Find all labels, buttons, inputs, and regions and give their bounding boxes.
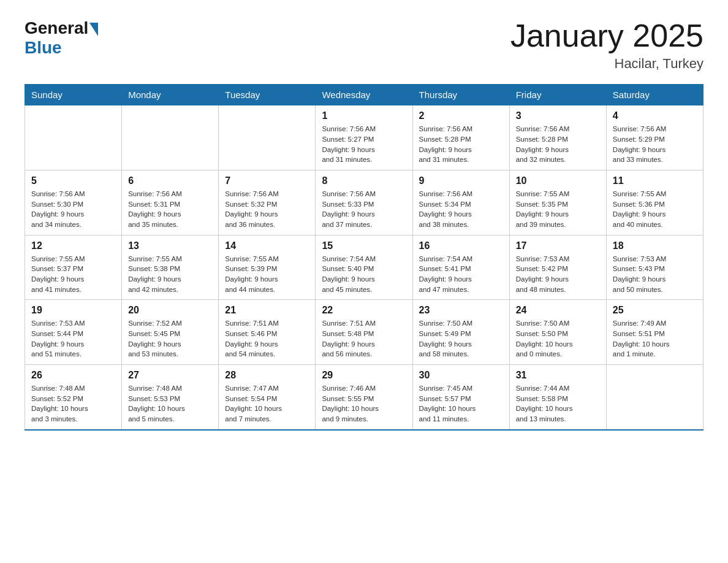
day-number: 26 [31, 370, 115, 381]
day-number: 22 [322, 305, 406, 316]
calendar-cell: 5Sunrise: 7:56 AM Sunset: 5:30 PM Daylig… [25, 170, 122, 235]
calendar-cell: 30Sunrise: 7:45 AM Sunset: 5:57 PM Dayli… [412, 364, 509, 429]
calendar-cell: 21Sunrise: 7:51 AM Sunset: 5:46 PM Dayli… [219, 300, 316, 365]
day-info: Sunrise: 7:45 AM Sunset: 5:57 PM Dayligh… [419, 383, 503, 424]
calendar-table: SundayMondayTuesdayWednesdayThursdayFrid… [25, 84, 703, 430]
day-number: 3 [516, 110, 600, 121]
day-number: 7 [225, 175, 309, 186]
day-info: Sunrise: 7:50 AM Sunset: 5:50 PM Dayligh… [516, 318, 600, 359]
weekday-header: Friday [509, 85, 606, 105]
day-number: 27 [128, 370, 212, 381]
calendar-cell: 13Sunrise: 7:55 AM Sunset: 5:38 PM Dayli… [122, 235, 219, 300]
weekday-header: Saturday [606, 85, 703, 105]
calendar-cell: 18Sunrise: 7:53 AM Sunset: 5:43 PM Dayli… [606, 235, 703, 300]
calendar-cell: 26Sunrise: 7:48 AM Sunset: 5:52 PM Dayli… [25, 364, 122, 429]
calendar-cell: 9Sunrise: 7:56 AM Sunset: 5:34 PM Daylig… [412, 170, 509, 235]
day-number: 12 [31, 240, 115, 251]
day-info: Sunrise: 7:54 AM Sunset: 5:41 PM Dayligh… [419, 254, 503, 295]
day-info: Sunrise: 7:51 AM Sunset: 5:46 PM Dayligh… [225, 318, 309, 359]
calendar-cell: 20Sunrise: 7:52 AM Sunset: 5:45 PM Dayli… [122, 300, 219, 365]
weekday-header: Thursday [412, 85, 509, 105]
calendar-cell: 6Sunrise: 7:56 AM Sunset: 5:31 PM Daylig… [122, 170, 219, 235]
calendar-cell: 24Sunrise: 7:50 AM Sunset: 5:50 PM Dayli… [509, 300, 606, 365]
day-number: 5 [31, 175, 115, 186]
day-number: 14 [225, 240, 309, 251]
day-info: Sunrise: 7:53 AM Sunset: 5:42 PM Dayligh… [516, 254, 600, 295]
day-number: 20 [128, 305, 212, 316]
calendar-cell: 16Sunrise: 7:54 AM Sunset: 5:41 PM Dayli… [412, 235, 509, 300]
day-number: 29 [322, 370, 406, 381]
weekday-header: Monday [122, 85, 219, 105]
logo-general-text: General [25, 18, 88, 38]
day-info: Sunrise: 7:56 AM Sunset: 5:28 PM Dayligh… [516, 124, 600, 165]
day-info: Sunrise: 7:56 AM Sunset: 5:28 PM Dayligh… [419, 124, 503, 165]
day-info: Sunrise: 7:56 AM Sunset: 5:32 PM Dayligh… [225, 189, 309, 230]
calendar-cell: 27Sunrise: 7:48 AM Sunset: 5:53 PM Dayli… [122, 364, 219, 429]
calendar-cell: 31Sunrise: 7:44 AM Sunset: 5:58 PM Dayli… [509, 364, 606, 429]
day-info: Sunrise: 7:55 AM Sunset: 5:35 PM Dayligh… [516, 189, 600, 230]
day-info: Sunrise: 7:53 AM Sunset: 5:44 PM Dayligh… [31, 318, 115, 359]
day-number: 10 [516, 175, 600, 186]
calendar-cell: 12Sunrise: 7:55 AM Sunset: 5:37 PM Dayli… [25, 235, 122, 300]
day-info: Sunrise: 7:48 AM Sunset: 5:52 PM Dayligh… [31, 383, 115, 424]
day-info: Sunrise: 7:47 AM Sunset: 5:54 PM Dayligh… [225, 383, 309, 424]
day-number: 21 [225, 305, 309, 316]
day-number: 31 [516, 370, 600, 381]
day-number: 18 [613, 240, 697, 251]
calendar-cell: 8Sunrise: 7:56 AM Sunset: 5:33 PM Daylig… [316, 170, 412, 235]
calendar-cell: 4Sunrise: 7:56 AM Sunset: 5:29 PM Daylig… [606, 105, 703, 170]
calendar-week-row: 12Sunrise: 7:55 AM Sunset: 5:37 PM Dayli… [25, 235, 703, 300]
day-number: 30 [419, 370, 503, 381]
calendar-cell: 7Sunrise: 7:56 AM Sunset: 5:32 PM Daylig… [219, 170, 316, 235]
day-number: 2 [419, 110, 503, 121]
calendar-cell [606, 364, 703, 429]
day-info: Sunrise: 7:55 AM Sunset: 5:36 PM Dayligh… [613, 189, 697, 230]
day-info: Sunrise: 7:56 AM Sunset: 5:27 PM Dayligh… [322, 124, 406, 165]
day-number: 28 [225, 370, 309, 381]
calendar-week-row: 1Sunrise: 7:56 AM Sunset: 5:27 PM Daylig… [25, 105, 703, 170]
calendar-cell: 2Sunrise: 7:56 AM Sunset: 5:28 PM Daylig… [412, 105, 509, 170]
calendar-cell [25, 105, 122, 170]
calendar-cell: 22Sunrise: 7:51 AM Sunset: 5:48 PM Dayli… [316, 300, 412, 365]
day-info: Sunrise: 7:56 AM Sunset: 5:34 PM Dayligh… [419, 189, 503, 230]
calendar-cell: 17Sunrise: 7:53 AM Sunset: 5:42 PM Dayli… [509, 235, 606, 300]
calendar-cell [219, 105, 316, 170]
calendar-cell: 15Sunrise: 7:54 AM Sunset: 5:40 PM Dayli… [316, 235, 412, 300]
title-block: January 2025 Hacilar, Turkey [510, 18, 703, 72]
day-number: 17 [516, 240, 600, 251]
day-info: Sunrise: 7:56 AM Sunset: 5:31 PM Dayligh… [128, 189, 212, 230]
calendar-cell: 3Sunrise: 7:56 AM Sunset: 5:28 PM Daylig… [509, 105, 606, 170]
weekday-header: Wednesday [316, 85, 412, 105]
day-number: 24 [516, 305, 600, 316]
day-number: 23 [419, 305, 503, 316]
day-number: 13 [128, 240, 212, 251]
day-number: 15 [322, 240, 406, 251]
day-number: 9 [419, 175, 503, 186]
day-info: Sunrise: 7:50 AM Sunset: 5:49 PM Dayligh… [419, 318, 503, 359]
calendar-cell: 14Sunrise: 7:55 AM Sunset: 5:39 PM Dayli… [219, 235, 316, 300]
day-info: Sunrise: 7:55 AM Sunset: 5:39 PM Dayligh… [225, 254, 309, 295]
day-info: Sunrise: 7:52 AM Sunset: 5:45 PM Dayligh… [128, 318, 212, 359]
logo-triangle-icon [89, 23, 98, 36]
logo: General Blue [25, 18, 98, 58]
day-info: Sunrise: 7:55 AM Sunset: 5:38 PM Dayligh… [128, 254, 212, 295]
weekday-header: Sunday [25, 85, 122, 105]
day-info: Sunrise: 7:56 AM Sunset: 5:30 PM Dayligh… [31, 189, 115, 230]
calendar-cell: 29Sunrise: 7:46 AM Sunset: 5:55 PM Dayli… [316, 364, 412, 429]
calendar-cell: 10Sunrise: 7:55 AM Sunset: 5:35 PM Dayli… [509, 170, 606, 235]
calendar-subtitle: Hacilar, Turkey [510, 56, 703, 72]
day-number: 6 [128, 175, 212, 186]
day-number: 19 [31, 305, 115, 316]
day-number: 25 [613, 305, 697, 316]
logo-blue-text: Blue [25, 38, 98, 58]
day-info: Sunrise: 7:53 AM Sunset: 5:43 PM Dayligh… [613, 254, 697, 295]
day-info: Sunrise: 7:51 AM Sunset: 5:48 PM Dayligh… [322, 318, 406, 359]
calendar-week-row: 19Sunrise: 7:53 AM Sunset: 5:44 PM Dayli… [25, 300, 703, 365]
day-info: Sunrise: 7:56 AM Sunset: 5:29 PM Dayligh… [613, 124, 697, 165]
day-info: Sunrise: 7:54 AM Sunset: 5:40 PM Dayligh… [322, 254, 406, 295]
calendar-cell: 1Sunrise: 7:56 AM Sunset: 5:27 PM Daylig… [316, 105, 412, 170]
calendar-cell: 25Sunrise: 7:49 AM Sunset: 5:51 PM Dayli… [606, 300, 703, 365]
calendar-cell [122, 105, 219, 170]
day-info: Sunrise: 7:55 AM Sunset: 5:37 PM Dayligh… [31, 254, 115, 295]
calendar-cell: 11Sunrise: 7:55 AM Sunset: 5:36 PM Dayli… [606, 170, 703, 235]
